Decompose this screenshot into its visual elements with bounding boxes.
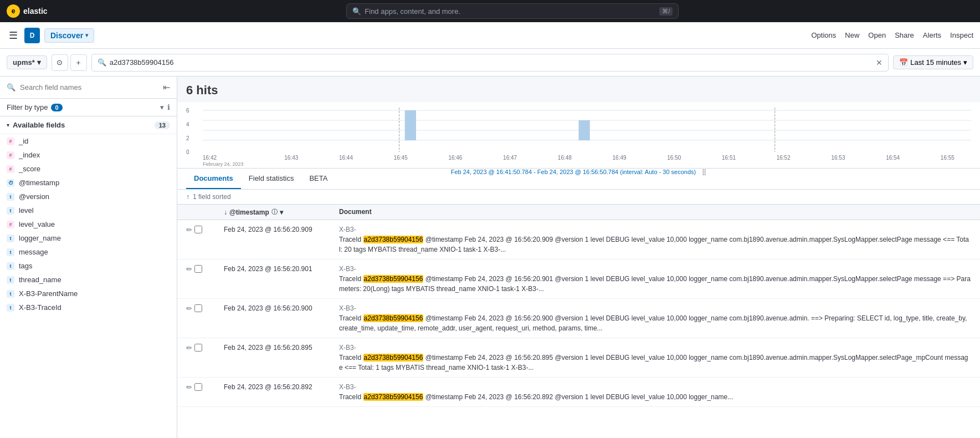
row-checkbox[interactable] [194, 304, 202, 312]
sidebar-item-level[interactable]: tlevel [0, 203, 177, 217]
x-label-1655: 16:55 [941, 155, 955, 167]
sidebar-collapse-button[interactable]: ⇤ [163, 82, 170, 93]
row-checkbox[interactable] [194, 344, 202, 352]
global-search-bar[interactable]: 🔍 Find apps, content, and more. ⌘/ [346, 3, 679, 19]
search-icon: 🔍 [7, 83, 16, 91]
drag-handle-icon[interactable]: ⣿ [702, 169, 706, 175]
available-fields-header[interactable]: ▾ Available fields 13 [0, 116, 177, 134]
field-name-label: X-B3-ParentName [19, 289, 78, 298]
time-range-text: Feb 24, 2023 @ 16:41:50.784 - Feb 24, 20… [451, 169, 696, 175]
row-checkbox[interactable] [194, 226, 202, 233]
doc-prefix: X-B3- [339, 344, 356, 352]
search-bar: 🔍 a2d3738b59904156 ✕ [91, 54, 889, 72]
x-label-1644: 16:44 [339, 155, 353, 167]
field-name-label: tags [19, 262, 33, 270]
sidebar-item--score[interactable]: #_score [0, 162, 177, 176]
hits-count: 6 hits [177, 77, 980, 102]
svg-rect-5 [579, 120, 590, 140]
share-button[interactable]: Share [895, 31, 914, 39]
discover-label: Discover [50, 31, 83, 40]
inspect-button[interactable]: Inspect [950, 31, 973, 39]
sidebar-item--version[interactable]: t@version [0, 190, 177, 203]
histogram-chart: 6 4 2 0 16:42February 24, 2023 [177, 102, 980, 169]
add-filter-button[interactable]: ＋ [70, 54, 87, 71]
clear-search-button[interactable]: ✕ [876, 58, 882, 67]
svg-rect-4 [405, 110, 416, 140]
field-name-label: level [19, 206, 34, 215]
trace-id-highlight: a2d3738b59904156 [363, 236, 424, 243]
sidebar-item--timestamp[interactable]: ⏱@timestamp [0, 176, 177, 190]
user-avatar[interactable]: D [24, 28, 40, 43]
row-timestamp: Feb 24, 2023 @ 16:56:20.909 [224, 225, 335, 233]
search-icon: 🔍 [98, 58, 106, 67]
hamburger-menu-button[interactable]: ☰ [7, 27, 20, 44]
alerts-button[interactable]: Alerts [923, 31, 941, 39]
field-type-icon: ⏱ [7, 179, 14, 187]
index-pattern-selector[interactable]: upms* ▾ [7, 55, 47, 69]
row-document: X-B3-TraceId a2d3738b59904156 @timestamp… [339, 225, 971, 254]
sidebar-item-x-b3-traceid[interactable]: tX-B3-TraceId [0, 301, 177, 314]
sort-icon[interactable]: ↑ [186, 193, 189, 201]
x-label-1643: 16:43 [284, 155, 298, 167]
doc-prefix: X-B3- [339, 383, 356, 391]
trace-id-highlight: a2d3738b59904156 [363, 354, 424, 361]
expand-row-button[interactable]: ✏ [186, 304, 192, 313]
sidebar-item-level-value[interactable]: #level_value [0, 217, 177, 231]
global-search-placeholder: Find apps, content, and more. [365, 7, 460, 16]
elastic-logo[interactable]: e elastic [7, 4, 48, 18]
filter-options-button[interactable]: ⊙ [52, 54, 68, 71]
row-checkbox[interactable] [194, 383, 202, 391]
field-name-label: @version [19, 192, 49, 201]
app-bar-actions: Options New Open Share Alerts Inspect [812, 31, 974, 39]
sidebar-item--id[interactable]: #_id [0, 134, 177, 148]
x-label-1646: 16:46 [448, 155, 462, 167]
sidebar-item-tags[interactable]: ttags [0, 259, 177, 273]
sidebar-item--index[interactable]: #_index [0, 148, 177, 162]
row-timestamp: Feb 24, 2023 @ 16:56:20.895 [224, 343, 335, 352]
row-timestamp: Feb 24, 2023 @ 16:56:20.900 [224, 303, 335, 312]
sort-label: 1 field sorted [193, 193, 231, 201]
search-input[interactable]: a2d3738b59904156 [110, 58, 873, 67]
sidebar-item-message[interactable]: tmessage [0, 245, 177, 259]
x-label-1649: 16:49 [613, 155, 627, 167]
row-checkbox[interactable] [194, 265, 202, 273]
expand-row-button[interactable]: ✏ [186, 226, 192, 234]
options-button[interactable]: Options [812, 31, 837, 39]
available-fields-count: 13 [155, 121, 170, 129]
trace-id-highlight: a2d3738b59904156 [363, 393, 424, 401]
sidebar-item-x-b3-parentname[interactable]: tX-B3-ParentName [0, 287, 177, 301]
expand-row-button[interactable]: ✏ [186, 383, 192, 391]
row-actions: ✏ [186, 303, 219, 313]
expand-row-button[interactable]: ✏ [186, 344, 192, 352]
field-name-label: logger_name [19, 234, 61, 242]
field-type-icon: t [7, 276, 14, 284]
doc-prefix: X-B3- [339, 304, 356, 312]
sidebar-item-logger-name[interactable]: tlogger_name [0, 231, 177, 245]
chevron-down-icon[interactable]: ▾ [280, 208, 283, 216]
sidebar-item-thread-name[interactable]: tthread_name [0, 273, 177, 287]
datetime-picker-button[interactable]: 📅 Last 15 minutes ▾ [893, 55, 973, 69]
field-name-label: X-B3-TraceId [19, 303, 61, 312]
open-button[interactable]: Open [868, 31, 886, 39]
chevron-down-icon[interactable]: ▾ [160, 103, 164, 111]
chart-svg [186, 108, 971, 152]
fields-list: #_id#_index#_score⏱@timestampt@versiontl… [0, 134, 177, 314]
field-search-input[interactable] [20, 83, 158, 91]
x-label-1652: 16:52 [777, 155, 791, 167]
x-label-1653: 16:53 [831, 155, 845, 167]
new-button[interactable]: New [845, 31, 859, 39]
filter-info-icon[interactable]: ℹ [167, 103, 170, 111]
chevron-down-icon: ▾ [7, 122, 9, 128]
chart-x-labels: 16:42February 24, 2023 16:43 16:44 16:45… [186, 155, 971, 167]
row-actions: ✏ [186, 382, 219, 391]
field-type-icon: # [7, 137, 14, 145]
search-icon: 🔍 [352, 7, 361, 16]
x-label-1645: 16:45 [394, 155, 408, 167]
table-row: ✏ Feb 24, 2023 @ 16:56:20.900X-B3-TraceI… [177, 299, 980, 338]
discover-button[interactable]: Discover ▾ [44, 28, 94, 43]
row-document: X-B3-TraceId a2d3738b59904156 @timestamp… [339, 343, 971, 373]
col-timestamp-header[interactable]: ↓ @timestamp ⓘ ▾ [224, 208, 335, 216]
expand-row-button[interactable]: ✏ [186, 265, 192, 273]
row-actions: ✏ [186, 343, 219, 352]
trace-id-highlight: a2d3738b59904156 [363, 275, 424, 283]
